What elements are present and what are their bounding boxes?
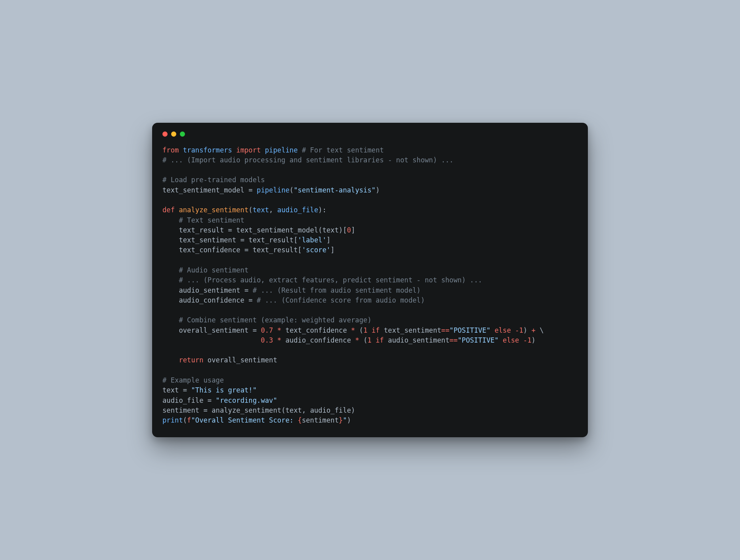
code-token-paren: ( — [248, 206, 252, 214]
code-token-op: * — [277, 326, 281, 334]
code-token-paren: [ — [298, 246, 302, 254]
code-token-id: text_sentiment_model — [236, 226, 318, 234]
code-token-paren: ( — [363, 336, 367, 344]
code-token-def: analyze_sentiment — [179, 206, 248, 214]
code-token-op: * — [277, 336, 281, 344]
code-token-paren: ( — [359, 326, 363, 334]
code-token-paren: ) — [523, 326, 527, 334]
code-block: from transformers import pipeline # For … — [162, 145, 578, 426]
code-token-op: * — [355, 336, 359, 344]
code-token-kw: f — [187, 416, 191, 424]
code-token-kw: else — [503, 336, 519, 344]
code-token-num: -1 — [523, 336, 532, 344]
code-token-brace: } — [339, 416, 343, 424]
code-token-comm: # ... (Process audio, extract features, … — [179, 276, 482, 284]
code-token-str: "POSITIVE" — [450, 326, 490, 334]
code-token-paren: ] — [326, 236, 330, 244]
code-token-id: sentiment — [162, 406, 199, 414]
code-token-id: sentiment — [302, 416, 339, 424]
code-token-punct: : — [322, 206, 326, 214]
code-token-assign: = — [183, 386, 187, 394]
code-token-paren: ( — [281, 406, 285, 414]
code-token-num: 1 — [363, 326, 367, 334]
code-token-kw: def — [162, 206, 175, 214]
code-token-assign: = — [248, 296, 252, 304]
code-token-op: == — [450, 336, 458, 344]
close-icon[interactable] — [162, 131, 168, 137]
code-token-op: == — [441, 326, 450, 334]
code-token-comm: # ... (Confidence score from audio model… — [257, 296, 425, 304]
code-token-paren: ) — [339, 226, 343, 234]
code-token-punct: , — [269, 206, 273, 214]
code-token-assign: = — [244, 286, 248, 294]
code-token-id: text_confidence — [286, 326, 347, 334]
zoom-icon[interactable] — [180, 131, 185, 137]
code-token-str: "sentiment-analysis" — [294, 186, 376, 194]
window-traffic-lights — [162, 131, 578, 137]
code-token-num: 0.3 — [261, 336, 273, 344]
code-token-paren: ( — [318, 226, 322, 234]
code-token-comm: # For text sentiment — [302, 146, 384, 154]
code-token-punct: , — [302, 406, 306, 414]
code-token-str: "This is great!" — [191, 386, 257, 394]
code-token-op: + — [532, 326, 536, 334]
code-token-str: 'label' — [298, 236, 326, 244]
code-token-paren: ) — [347, 416, 351, 424]
code-token-id: text_sentiment_model — [162, 186, 244, 194]
code-token-id: text_result — [248, 236, 294, 244]
code-token-id: overall_sentiment — [179, 326, 248, 334]
code-token-id: audio_file — [162, 396, 203, 404]
code-token-paren: ( — [290, 186, 294, 194]
code-token-str: 'score' — [302, 246, 330, 254]
code-window: from transformers import pipeline # For … — [152, 123, 588, 438]
code-token-comm: # ... (Result from audio sentiment model… — [253, 286, 421, 294]
code-token-id: text_result — [253, 246, 298, 254]
code-token-mod: pipeline — [257, 186, 290, 194]
code-token-id: audio_confidence — [179, 296, 244, 304]
code-token-comm: # Audio sentiment — [179, 266, 248, 274]
code-token-comm: # Example usage — [162, 376, 224, 384]
code-token-id: text_result — [179, 226, 224, 234]
code-token-paren: ) — [351, 406, 355, 414]
code-token-num: 0.7 — [261, 326, 273, 334]
code-token-str: " — [343, 416, 347, 424]
code-token-id: audio_sentiment — [179, 286, 240, 294]
code-token-op: * — [351, 326, 355, 334]
code-token-kw: return — [179, 356, 203, 364]
code-token-id: text_sentiment — [384, 326, 441, 334]
code-token-paren: ] — [351, 226, 355, 234]
minimize-icon[interactable] — [171, 131, 176, 137]
code-token-id: text_confidence — [179, 246, 240, 254]
code-token-num: 1 — [368, 336, 372, 344]
code-token-str: "POSITIVE" — [458, 336, 498, 344]
code-token-comm: # Load pre-trained models — [162, 176, 265, 184]
code-token-assign: = — [208, 396, 212, 404]
code-token-id: audio_file — [310, 406, 351, 414]
code-token-num: 0 — [347, 226, 351, 234]
code-token-str: "Overall Sentiment Score: — [191, 416, 298, 424]
code-token-assign: = — [253, 326, 257, 334]
code-token-id: text_sentiment — [179, 236, 236, 244]
code-token-kw: else — [494, 326, 511, 334]
code-token-assign: = — [204, 406, 208, 414]
code-token-paren: ) — [532, 336, 536, 344]
code-token-param: audio_file — [277, 206, 318, 214]
code-token-kw: import — [236, 146, 261, 154]
code-token-assign: = — [240, 236, 244, 244]
code-token-assign: = — [244, 246, 248, 254]
code-token-id: audio_sentiment — [388, 336, 449, 344]
code-token-mod: print — [162, 416, 183, 424]
code-token-comm: # Text sentiment — [179, 216, 244, 224]
code-token-id: text — [162, 386, 179, 394]
code-token-comm: # ... (Import audio processing and senti… — [162, 156, 454, 164]
code-token-kw: from — [162, 146, 179, 154]
code-token-paren: ) — [376, 186, 380, 194]
code-token-id: text — [286, 406, 302, 414]
code-token-id: text — [322, 226, 339, 234]
code-token-kw: if — [376, 336, 384, 344]
code-token-id: audio_confidence — [285, 336, 351, 344]
code-token-assign: = — [248, 186, 252, 194]
code-token-paren: [ — [343, 226, 347, 234]
code-token-id: overall_sentiment — [208, 356, 277, 364]
code-token-mod: transformers — [183, 146, 232, 154]
